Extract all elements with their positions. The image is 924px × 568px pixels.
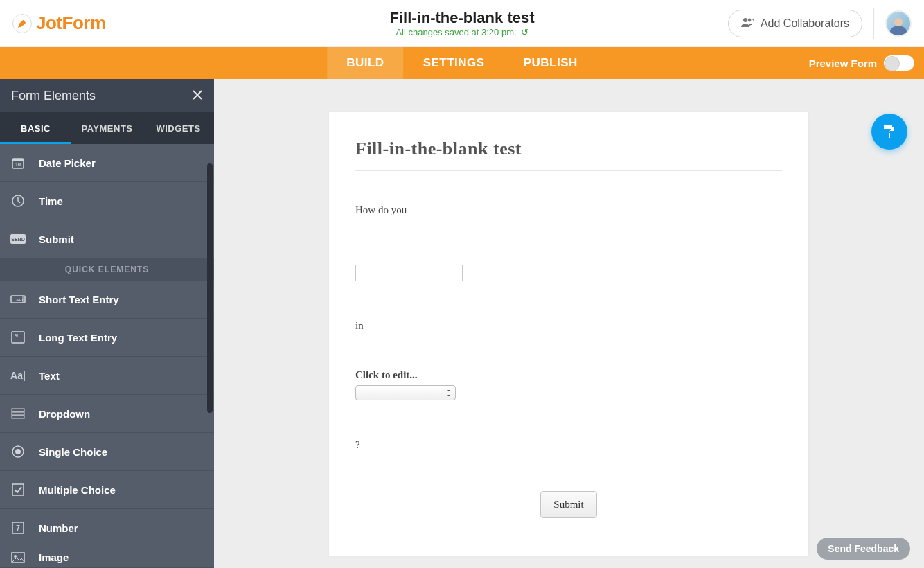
add-collaborators-button[interactable]: + Add Collaborators <box>728 10 862 37</box>
svg-rect-14 <box>12 412 24 415</box>
sidebar-tab-payments[interactable]: PAYMENTS <box>71 112 143 144</box>
text-block-1[interactable]: How do you <box>355 204 782 216</box>
dropdown-icon <box>10 408 26 419</box>
form-canvas: Fill-in-the-blank test How do you in Cli… <box>214 79 924 568</box>
element-number[interactable]: 7 Number <box>0 509 214 547</box>
elements-list: 10 Date Picker Time SEND Submit QUICK EL… <box>0 144 214 568</box>
logo-text: JotForm <box>36 12 106 34</box>
panel-title: Form Elements <box>11 89 96 103</box>
svg-text:ABC: ABC <box>16 298 26 302</box>
dropdown-field[interactable] <box>355 385 456 400</box>
text-icon: Aa| <box>10 370 26 381</box>
form-title[interactable]: Fill-in-the-blank test <box>355 139 782 171</box>
logo[interactable]: JotForm <box>12 12 106 34</box>
element-multiple-choice[interactable]: Multiple Choice <box>0 471 214 509</box>
svg-text:10: 10 <box>15 162 21 167</box>
collaborators-icon: + <box>741 17 754 30</box>
preview-label: Preview Form <box>809 57 877 69</box>
form-title-header[interactable]: Fill-in-the-blank test <box>390 9 535 27</box>
svg-text:+: + <box>752 17 754 23</box>
dropdown-label[interactable]: Click to edit... <box>355 369 782 381</box>
radio-icon <box>10 445 26 459</box>
calendar-icon: 10 <box>10 156 26 170</box>
element-time[interactable]: Time <box>0 182 214 220</box>
text-block-3[interactable]: ? <box>355 439 782 451</box>
element-date-picker[interactable]: 10 Date Picker <box>0 144 214 182</box>
svg-rect-4 <box>12 159 24 161</box>
svg-point-0 <box>743 18 747 22</box>
preview-form-control: Preview Form <box>809 47 924 79</box>
blank-input-1[interactable] <box>355 265 463 281</box>
logo-pencil-icon <box>12 14 32 33</box>
top-bar: JotForm Fill-in-the-blank test All chang… <box>0 0 924 47</box>
divider <box>873 8 874 39</box>
checkbox-icon <box>10 483 26 496</box>
close-icon[interactable] <box>192 88 203 104</box>
form-designer-fab[interactable] <box>871 114 907 150</box>
element-short-text[interactable]: ABC Short Text Entry <box>0 281 214 319</box>
image-icon <box>10 552 26 563</box>
preview-toggle[interactable] <box>884 55 914 71</box>
undo-icon[interactable]: ↺ <box>521 27 528 37</box>
svg-text:A|: A| <box>15 333 19 337</box>
short-text-icon: ABC <box>10 294 26 305</box>
sidebar-tab-widgets[interactable]: WIDGETS <box>143 112 214 144</box>
element-image[interactable]: Image <box>0 547 214 568</box>
nav-bar: BUILD SETTINGS PUBLISH Preview Form <box>0 47 924 79</box>
svg-text:SEND: SEND <box>11 237 24 242</box>
element-dropdown[interactable]: Dropdown <box>0 395 214 433</box>
element-single-choice[interactable]: Single Choice <box>0 433 214 471</box>
svg-rect-15 <box>12 416 24 418</box>
svg-rect-13 <box>12 409 24 411</box>
element-submit[interactable]: SEND Submit <box>0 220 214 258</box>
paint-roller-icon <box>881 123 898 140</box>
svg-rect-18 <box>12 484 24 495</box>
svg-text:7: 7 <box>16 524 20 532</box>
send-feedback-button[interactable]: Send Feedback <box>817 538 910 560</box>
clock-icon <box>10 194 26 208</box>
user-avatar[interactable] <box>885 10 912 37</box>
text-block-2[interactable]: in <box>355 320 782 332</box>
form-card[interactable]: Fill-in-the-blank test How do you in Cli… <box>329 112 808 556</box>
tab-publish[interactable]: PUBLISH <box>504 47 597 79</box>
save-status: All changes saved at 3:20 pm. ↺ <box>390 27 535 37</box>
sidebar-scrollbar[interactable] <box>206 144 214 568</box>
sidebar-tab-basic[interactable]: BASIC <box>0 112 71 144</box>
element-long-text[interactable]: A| Long Text Entry <box>0 319 214 357</box>
form-elements-panel: Form Elements BASIC PAYMENTS WIDGETS 10 … <box>0 79 214 568</box>
svg-point-17 <box>15 449 21 454</box>
svg-point-22 <box>14 555 17 558</box>
number-icon: 7 <box>10 522 26 534</box>
collaborators-label: Add Collaborators <box>761 17 849 30</box>
submit-button[interactable]: Submit <box>540 491 596 518</box>
tab-settings[interactable]: SETTINGS <box>404 47 504 79</box>
title-block: Fill-in-the-blank test All changes saved… <box>390 9 535 37</box>
long-text-icon: A| <box>10 331 26 344</box>
element-text[interactable]: Aa| Text <box>0 357 214 395</box>
svg-point-1 <box>748 18 752 21</box>
send-icon: SEND <box>10 234 26 244</box>
quick-elements-header: QUICK ELEMENTS <box>0 258 214 281</box>
tab-build[interactable]: BUILD <box>327 47 403 79</box>
